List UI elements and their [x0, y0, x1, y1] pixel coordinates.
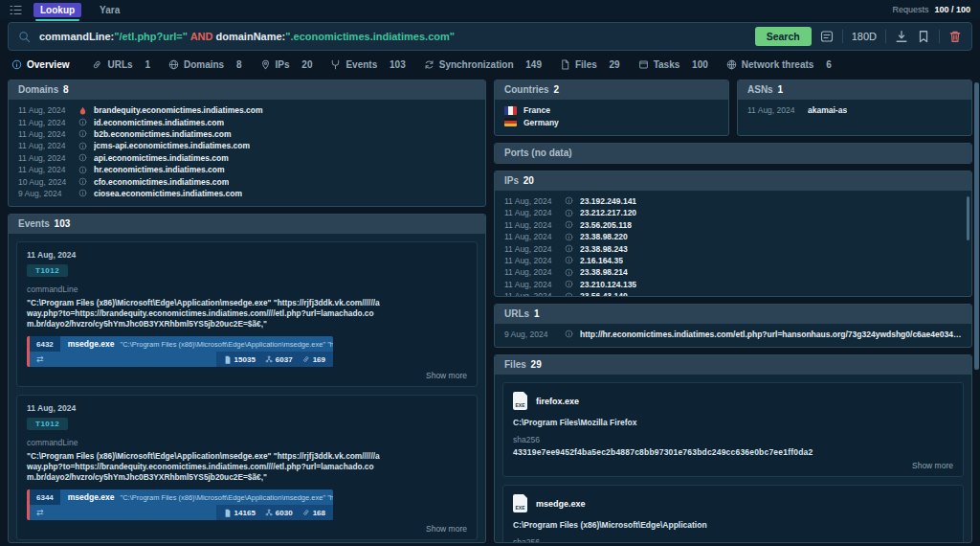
- process-row[interactable]: 6344 msedge.exe "C:\Program Files (x86)\…: [27, 489, 333, 520]
- show-more-link[interactable]: Show more: [513, 461, 953, 470]
- ip-row[interactable]: 11 Aug, 2024 23.38.98.214: [504, 266, 962, 278]
- result-tabs: Overview URLs 1 Domains 8 IPs 20 Events …: [0, 54, 980, 78]
- process-tree-icon: [265, 509, 273, 516]
- file-card: EXE msedge.exe C:\Program Files (x86)\Mi…: [502, 485, 964, 542]
- domain-row[interactable]: 11 Aug, 2024 hr.economictimes.indiatimes…: [18, 164, 476, 175]
- file-path: C:\Program Files\Mozilla Firefox: [513, 418, 953, 427]
- period-selector[interactable]: 180D: [852, 31, 877, 42]
- domain-row[interactable]: 11 Aug, 2024 id.economictimes.indiatimes…: [18, 116, 476, 127]
- field-label: commandLine: [27, 284, 467, 294]
- ip-row[interactable]: 11 Aug, 2024 23.38.98.220: [504, 231, 962, 242]
- results-area: Domains 8 11 Aug, 2024 brandequity.econo…: [0, 78, 980, 543]
- tab-overview[interactable]: Overview: [11, 59, 74, 70]
- domain-row[interactable]: 10 Aug, 2024 cfo.economictimes.indiatime…: [18, 175, 476, 187]
- france-flag-icon: [504, 106, 517, 115]
- event-date: 11 Aug, 2024: [27, 250, 467, 260]
- unknown-info-icon: [565, 233, 573, 241]
- process-cmd-preview: "C:\Program Files (x86)\Microsoft\Edge\A…: [120, 340, 333, 349]
- ips-panel: IPs 20 11 Aug, 2024 23.192.249.141 11 Au…: [494, 171, 972, 297]
- trash-icon[interactable]: [948, 30, 962, 43]
- page-scrollbar[interactable]: [974, 82, 979, 370]
- domain-row[interactable]: 11 Aug, 2024 api.economictimes.indiatime…: [18, 152, 476, 164]
- process-pid: 6344: [30, 489, 60, 505]
- query-field: commandLine:: [39, 31, 114, 42]
- unknown-info-icon: [565, 268, 573, 277]
- sha256-hash: 43319e7ee9452f4ba5ec2b4887c8bb97301e763b…: [513, 447, 953, 457]
- search-bar: commandLine:"/etl.php?url=" AND domainNa…: [8, 22, 972, 51]
- ip-row[interactable]: 11 Aug, 2024 23.212.217.120: [504, 207, 962, 218]
- fork-icon: [330, 59, 341, 70]
- ip-row[interactable]: 11 Aug, 2024 23.192.249.141: [504, 195, 962, 207]
- download-icon[interactable]: [895, 30, 908, 43]
- query-builder-icon[interactable]: [820, 30, 834, 43]
- tab-ips[interactable]: IPs 20: [260, 59, 313, 70]
- domain-row[interactable]: 11 Aug, 2024 b2b.economictimes.indiatime…: [18, 128, 476, 140]
- tab-files[interactable]: Files 29: [560, 59, 620, 70]
- info-icon: [11, 59, 22, 70]
- tab-tasks[interactable]: Tasks 100: [638, 59, 708, 70]
- search-input[interactable]: commandLine:"/etl.php?url=" AND domainNa…: [39, 31, 746, 42]
- ips-list: 11 Aug, 2024 23.192.249.141 11 Aug, 2024…: [495, 191, 971, 296]
- tab-synchronization[interactable]: Synchronization 149: [424, 59, 542, 70]
- domain-row[interactable]: 11 Aug, 2024 brandequity.economictimes.i…: [18, 104, 476, 116]
- bookmark-icon[interactable]: [917, 30, 930, 43]
- ip-row[interactable]: 11 Aug, 2024 23.56.43.140: [504, 290, 962, 296]
- tab-events[interactable]: Events 103: [330, 59, 405, 70]
- search-icon: [18, 31, 31, 43]
- tab-network-threats[interactable]: Network threats 6: [726, 59, 832, 70]
- location-pin-icon: [260, 59, 271, 70]
- domain-row[interactable]: 11 Aug, 2024 jcms-api.economictimes.indi…: [18, 140, 476, 151]
- menu-icon[interactable]: [10, 5, 22, 15]
- divider: [939, 30, 940, 43]
- file-icon: [560, 59, 570, 70]
- search-button[interactable]: Search: [755, 27, 812, 46]
- file-name[interactable]: firefox.exe: [536, 397, 579, 406]
- exe-file-icon: EXE: [513, 392, 527, 410]
- process-row[interactable]: 6432 msedge.exe "C:\Program Files (x86)\…: [27, 336, 333, 367]
- process-pid: 6432: [30, 336, 60, 352]
- ips-scrollbar[interactable]: [967, 196, 969, 240]
- asn-row[interactable]: 11 Aug, 2024 akamai-as: [747, 104, 962, 116]
- ip-row[interactable]: 11 Aug, 2024 23.56.205.118: [504, 219, 962, 231]
- asns-panel-header: ASNs 1: [738, 80, 971, 100]
- ip-row[interactable]: 11 Aug, 2024 2.16.164.35: [504, 255, 962, 266]
- nav-tab-yara[interactable]: Yara: [93, 3, 126, 17]
- domains-panel-header: Domains 8: [9, 80, 485, 100]
- network-globe-icon: [726, 59, 737, 70]
- domain-row[interactable]: 9 Aug, 2024 ciosea.economictimes.indiati…: [18, 188, 476, 199]
- files-count-icon: [224, 355, 232, 363]
- country-row[interactable]: Germany: [504, 116, 719, 127]
- urls-panel-header: URLs 1: [495, 305, 971, 324]
- unknown-info-icon: [78, 166, 87, 174]
- file-name[interactable]: msedge.exe: [536, 499, 586, 509]
- tab-urls[interactable]: URLs 1: [92, 59, 149, 70]
- unknown-info-icon: [565, 209, 573, 217]
- tab-domains[interactable]: Domains 8: [168, 59, 242, 70]
- show-more-link[interactable]: Show more: [27, 371, 467, 380]
- exe-file-icon: EXE: [513, 494, 527, 512]
- url-row[interactable]: 9 Aug, 2024 http://hr.economictimes.indi…: [504, 329, 962, 340]
- process-stats: 15035 6037 169: [216, 352, 333, 367]
- unknown-info-icon: [565, 220, 573, 229]
- events-panel-header: Events 103: [9, 215, 485, 234]
- show-more-link[interactable]: Show more: [27, 524, 467, 534]
- files-count-icon: [224, 509, 232, 516]
- hash-label: sha256: [513, 435, 953, 444]
- unknown-info-icon: [78, 153, 87, 162]
- country-row[interactable]: France: [504, 104, 719, 116]
- ip-row[interactable]: 11 Aug, 2024 23.210.124.135: [504, 279, 962, 290]
- urls-panel: URLs 1 9 Aug, 2024 http://hr.economictim…: [494, 304, 972, 348]
- divider: [842, 30, 843, 43]
- nav-tab-lookup[interactable]: Lookup: [33, 3, 81, 17]
- ip-row[interactable]: 11 Aug, 2024 23.38.98.243: [504, 242, 962, 254]
- malicious-flame-icon: [78, 106, 87, 115]
- files-panel-header: Files 29: [495, 355, 971, 375]
- window-icon: [638, 59, 649, 70]
- mitre-tag[interactable]: T1012: [27, 418, 68, 430]
- command-line-text: "C:\Program Files (x86)\Microsoft\Edge\A…: [27, 451, 381, 483]
- mitre-tag[interactable]: T1012: [27, 264, 68, 277]
- events-panel: Events 103 11 Aug, 2024 T1012 commandLin…: [8, 214, 486, 543]
- unknown-info-icon: [565, 292, 573, 296]
- connections-icon: [302, 509, 310, 516]
- event-card: 11 Aug, 2024 T1012 commandLine "C:\Progr…: [16, 241, 478, 387]
